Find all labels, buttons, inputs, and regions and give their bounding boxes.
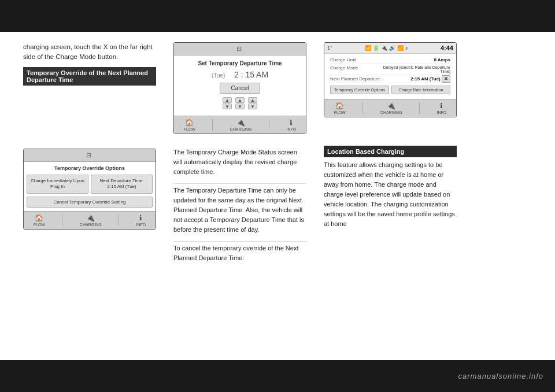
- top-left-text-block: charging screen, touch the X on the far …: [23, 42, 156, 88]
- music-icon: ♪: [405, 45, 408, 51]
- info-icon-right: ℹ: [440, 102, 443, 110]
- battery-icon: 🔋: [373, 45, 379, 51]
- top-bar: [0, 0, 555, 32]
- status-time: 4:44: [441, 45, 453, 51]
- next-dep-row: Next Planned Departure: 2:15 AM (Tue) ✕: [327, 75, 453, 83]
- charging-icon: 🔌: [236, 119, 245, 127]
- charging-label-right: CHARGING: [380, 110, 402, 114]
- charge-immediately-line2: Plug In: [50, 184, 65, 189]
- ampm-spinner: ▲ ▼: [248, 97, 257, 109]
- status-btn-row: Temporary Override Options Charge Rate I…: [327, 83, 453, 97]
- bottom-bar: carmanualsoniine.info: [0, 360, 555, 392]
- bottom-row: ⊟ Temporary Override Options Charge Imme…: [0, 140, 555, 275]
- footer-sep5: [62, 215, 62, 226]
- screen-title-center: Set Temporary Departure Time: [179, 60, 301, 66]
- override-options-screen: ⊟ Temporary Override Options Charge Imme…: [23, 149, 156, 230]
- charge-rate-info-btn[interactable]: Charge Rate Information: [391, 86, 450, 94]
- footer-sep4: [419, 102, 420, 114]
- day-label: (Tue): [212, 72, 225, 79]
- hour-spinner: ▲ ▼: [223, 97, 232, 109]
- footer-info-right[interactable]: ℹ INFO: [437, 102, 447, 114]
- minute-up[interactable]: ▲: [235, 97, 245, 103]
- flow-label-bl: FLOW: [34, 223, 45, 227]
- temporary-override-heading: Temporary Override of the Next Planned D…: [23, 67, 156, 86]
- flow-label: FLOW: [184, 127, 195, 131]
- charge-mode-value: Delayed (Electric Rate and Departure Tim…: [375, 65, 450, 73]
- cancel-button[interactable]: Cancel: [220, 83, 260, 94]
- next-dep-line1: Next Departure Time:: [99, 178, 143, 183]
- top-row: charging screen, touch the X on the far …: [0, 32, 555, 140]
- temporary-override-btn[interactable]: Temporary Override Options: [330, 86, 389, 94]
- status-screen-body: Charge Limit 8 Amps Charge Mode Delayed …: [324, 54, 456, 99]
- override-screen-header: ⊟: [24, 149, 156, 162]
- footer-sep3: [362, 102, 363, 114]
- site-logo: carmanualsoniine.info: [458, 372, 543, 380]
- location-based-charging-block: Location Based Charging This feature all…: [324, 146, 457, 229]
- flow-icon-bl: 🏠: [35, 214, 43, 222]
- screen-footer-center: 🏠 FLOW 🔌 CHARGING ℹ INFO: [174, 116, 306, 134]
- speaker-icon: 🔊: [389, 45, 395, 51]
- screen-header-center: ⊟: [174, 43, 306, 56]
- next-dep-value: 2:15 AM (Tue) ✕: [410, 76, 450, 82]
- ampm-up[interactable]: ▲: [248, 97, 257, 103]
- charge-status-screen: 1° 📶 🔋 🔌 🔊 📶 ♪ 4:44 Charge Limit 8 Amp: [324, 42, 457, 117]
- footer-sep6: [119, 215, 119, 226]
- override-title: Temporary Override Options: [27, 165, 153, 171]
- footer-charging-bl[interactable]: 🔌 CHARGING: [80, 214, 102, 227]
- next-dep-close-btn[interactable]: ✕: [442, 75, 450, 83]
- spinners: ▲ ▼ ▲ ▼ ▲ ▼: [179, 97, 301, 109]
- lbc-heading: Location Based Charging: [324, 146, 457, 157]
- status-icons: 📶 🔋 🔌 🔊 📶 ♪: [365, 45, 408, 51]
- footer-sep1: [212, 119, 213, 131]
- charge-mode-label: Charge Mode: [330, 65, 358, 73]
- back-icon[interactable]: ⊟: [236, 45, 242, 53]
- footer-flow-right[interactable]: 🏠 FLOW: [334, 102, 346, 114]
- next-dep-line2: 2:15 AM (Tue): [107, 184, 136, 189]
- wifi-icon: 📶: [365, 45, 371, 51]
- center-bottom-text-block: The Temporary Charge Mode Status screen …: [173, 146, 306, 269]
- bottom-para-1: The Temporary Charge Mode Status screen …: [173, 146, 306, 179]
- override-back-icon[interactable]: ⊟: [86, 151, 91, 159]
- flow-icon-right: 🏠: [335, 102, 344, 110]
- bottom-para-3: To cancel the temporary override of the …: [173, 241, 306, 265]
- info-icon: ℹ: [290, 119, 293, 127]
- signal-icon: 📶: [397, 45, 404, 51]
- ampm-down[interactable]: ▼: [248, 103, 257, 109]
- footer-info-bl[interactable]: ℹ INFO: [136, 214, 146, 227]
- next-dep-label: Next Planned Departure:: [330, 76, 381, 82]
- main-content: charging screen, touch the X on the far …: [0, 32, 555, 360]
- status-screen-footer: 🏠 FLOW 🔌 CHARGING ℹ INFO: [324, 99, 456, 117]
- footer-info[interactable]: ℹ INFO: [287, 119, 297, 131]
- charge-limit-value: 8 Amps: [434, 57, 450, 62]
- charge-mode-row: Charge Mode Delayed (Electric Rate and D…: [327, 64, 453, 75]
- charging-label: CHARGING: [230, 127, 252, 131]
- footer-flow-bl[interactable]: 🏠 FLOW: [34, 214, 45, 227]
- info-label: INFO: [287, 127, 297, 131]
- footer-sep2: [269, 119, 269, 131]
- info-label-right: INFO: [437, 110, 447, 114]
- charge-immediately-line1: Charge Immediately Upon: [31, 178, 84, 183]
- charging-icon-right: 🔌: [387, 102, 395, 110]
- charge-immediately-btn[interactable]: Charge Immediately Upon Plug In: [27, 175, 88, 194]
- charging-label-bl: CHARGING: [80, 223, 102, 227]
- hour-down[interactable]: ▼: [223, 103, 232, 109]
- time-display: (Tue) 2 : 15 AM: [179, 70, 301, 79]
- charging-icon-bl: 🔌: [86, 214, 95, 222]
- time-value: 2 : 15 AM: [234, 70, 268, 79]
- screen-id: 1°: [327, 45, 332, 51]
- footer-charging[interactable]: 🔌 CHARGING: [230, 119, 252, 131]
- page: charging screen, touch the X on the far …: [0, 0, 555, 392]
- cancel-override-btn[interactable]: Cancel Temporary Override Setting: [27, 197, 153, 208]
- hour-up[interactable]: ▲: [223, 97, 232, 103]
- footer-flow[interactable]: 🏠 FLOW: [184, 119, 195, 131]
- next-departure-time-btn[interactable]: Next Departure Time: 2:15 AM (Tue): [91, 175, 153, 194]
- status-screen-top-bar: 1° 📶 🔋 🔌 🔊 📶 ♪ 4:44: [324, 43, 456, 54]
- flow-icon: 🏠: [185, 119, 194, 127]
- lbc-text: This feature allows charging settings to…: [324, 160, 457, 229]
- top-left-paragraph: charging screen, touch the X on the far …: [23, 42, 156, 62]
- flow-label-right: FLOW: [334, 110, 346, 114]
- override-screen-footer: 🏠 FLOW 🔌 CHARGING ℹ INFO: [24, 211, 156, 229]
- minute-down[interactable]: ▼: [235, 103, 245, 109]
- footer-charging-right[interactable]: 🔌 CHARGING: [380, 102, 402, 114]
- info-icon-bl: ℹ: [139, 214, 142, 222]
